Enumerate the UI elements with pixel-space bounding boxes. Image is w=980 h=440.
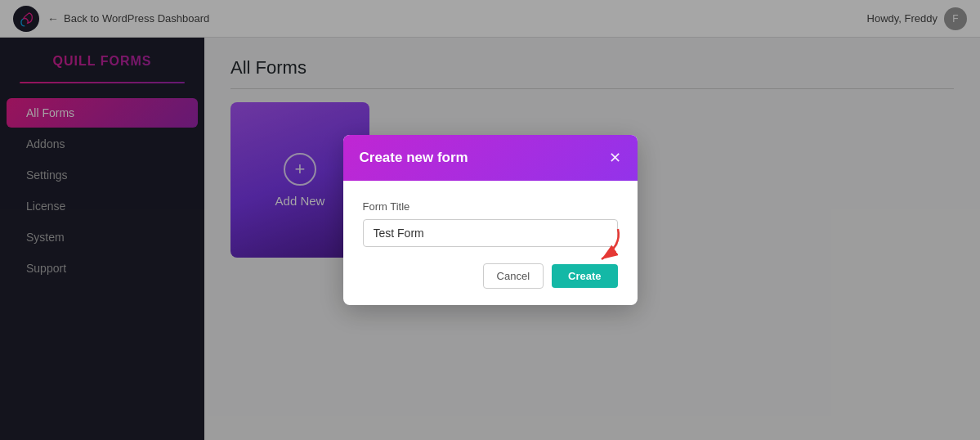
modal-close-button[interactable]: ✕: [609, 150, 621, 165]
modal-overlay[interactable]: Create new form ✕ Form Title Cancel Crea…: [0, 0, 980, 440]
modal-header: Create new form ✕: [343, 135, 638, 181]
modal-title: Create new form: [360, 150, 468, 166]
form-title-label: Form Title: [363, 200, 618, 213]
modal-body: Form Title: [343, 181, 638, 263]
form-title-input[interactable]: [363, 219, 618, 247]
modal-footer: Cancel Create: [343, 263, 638, 305]
create-button[interactable]: Create: [552, 264, 617, 288]
cancel-button[interactable]: Cancel: [483, 263, 544, 289]
create-form-modal: Create new form ✕ Form Title Cancel Crea…: [343, 135, 638, 305]
